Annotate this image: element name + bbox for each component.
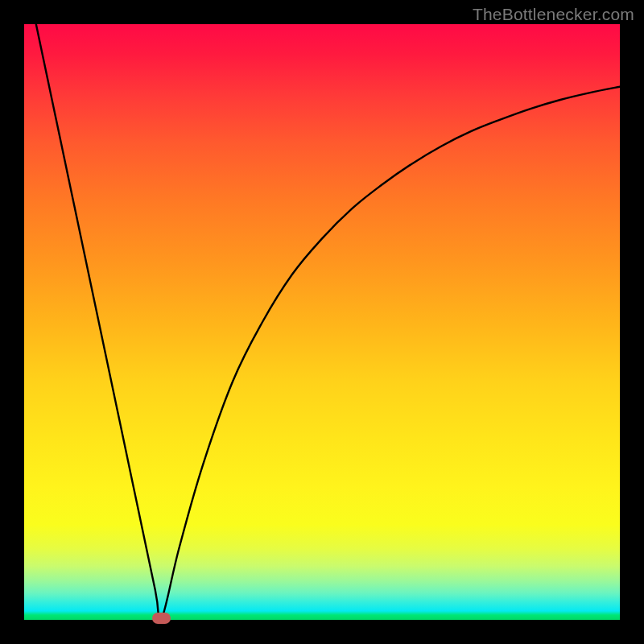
chart-frame: TheBottlenecker.com [0, 0, 644, 644]
minimum-marker [152, 613, 171, 624]
watermark-text: TheBottlenecker.com [473, 5, 634, 24]
plot-area [24, 24, 620, 620]
bottleneck-curve [24, 24, 620, 620]
